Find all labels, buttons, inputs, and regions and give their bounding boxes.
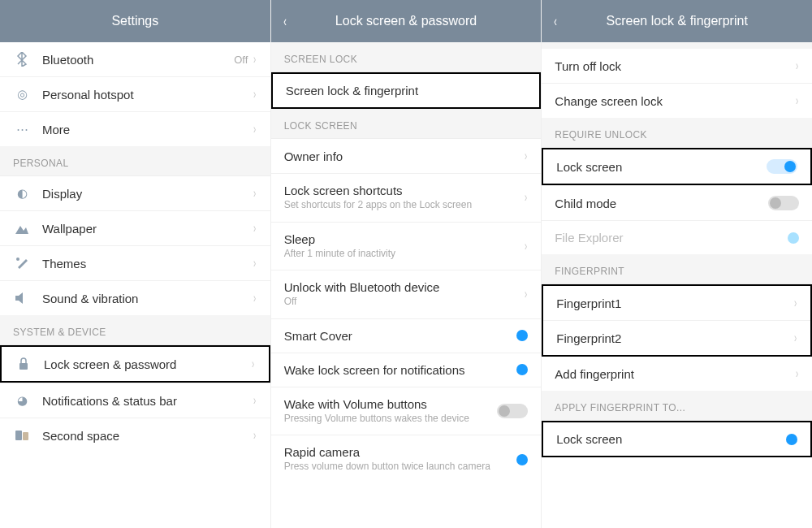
bt-unlock-label: Unlock with Bluetooth device: [284, 280, 524, 294]
apply-lock-screen-toggle[interactable]: [786, 434, 797, 445]
wallpaper-icon: [13, 223, 31, 234]
require-lock-screen-row[interactable]: Lock screen: [542, 148, 812, 185]
themes-row[interactable]: Themes ›: [0, 245, 270, 280]
chevron-right-icon: ›: [525, 287, 527, 301]
screen-lock-fingerprint-label: Screen lock & fingerprint: [286, 84, 527, 97]
child-mode-toggle[interactable]: [768, 196, 799, 210]
fingerprint1-row[interactable]: Fingerprint1 ›: [543, 286, 810, 320]
three-panel-layout: Settings Bluetooth Off › ◎ Personal hots…: [0, 0, 812, 528]
sound-label: Sound & vibration: [42, 292, 253, 305]
wake-vol-toggle[interactable]: [497, 404, 528, 418]
display-icon: ◐: [13, 186, 31, 201]
sound-icon: [13, 292, 31, 304]
bluetooth-row[interactable]: Bluetooth Off ›: [0, 42, 270, 76]
rapid-camera-toggle[interactable]: [516, 454, 528, 465]
rapid-camera-sub: Press volume down button twice launch ca…: [284, 461, 517, 474]
wake-notif-toggle[interactable]: [516, 364, 528, 375]
wallpaper-label: Wallpaper: [42, 222, 253, 236]
lock-icon: [15, 357, 32, 370]
add-fingerprint-label: Add fingerprint: [555, 367, 794, 381]
owner-info-label: Owner info: [284, 149, 524, 163]
fp-scroll[interactable]: Turn off lock › Change screen lock › REQ…: [542, 42, 812, 528]
sound-row[interactable]: Sound & vibration ›: [0, 280, 270, 315]
notifications-label: Notifications & status bar: [42, 394, 253, 408]
smart-cover-toggle[interactable]: [516, 330, 528, 341]
chevron-right-icon: ›: [796, 58, 798, 73]
chevron-right-icon: ›: [252, 357, 254, 371]
apply-lock-screen-row[interactable]: Lock screen: [542, 421, 812, 457]
shortcuts-row[interactable]: Lock screen shortcuts Set shortcuts for …: [271, 173, 542, 222]
second-space-label: Second space: [42, 429, 253, 443]
notifications-icon: ◕: [13, 393, 31, 408]
owner-info-row[interactable]: Owner info ›: [271, 139, 542, 173]
back-icon[interactable]: ‹: [283, 13, 287, 30]
smart-cover-row[interactable]: Smart Cover: [271, 318, 542, 353]
fingerprint2-row[interactable]: Fingerprint2 ›: [543, 320, 810, 355]
svg-point-0: [16, 258, 19, 261]
screen-lock-fingerprint-row[interactable]: Screen lock & fingerprint: [271, 72, 542, 109]
bluetooth-value: Off: [234, 54, 248, 66]
shortcuts-sub: Set shortcuts for 2 apps on the Lock scr…: [284, 199, 524, 212]
chevron-right-icon: ›: [253, 291, 256, 305]
smart-cover-label: Smart Cover: [284, 329, 517, 343]
file-explorer-row: File Explorer: [542, 220, 812, 254]
rapid-camera-label: Rapid camera: [284, 445, 517, 459]
display-label: Display: [42, 187, 253, 201]
more-label: More: [42, 123, 253, 136]
chevron-right-icon: ›: [253, 52, 256, 67]
sleep-sub: After 1 minute of inactivity: [284, 248, 524, 261]
svg-rect-3: [23, 432, 28, 440]
lockpw-scroll[interactable]: SCREEN LOCK Screen lock & fingerprint LO…: [271, 42, 542, 528]
themes-label: Themes: [42, 257, 253, 270]
themes-icon: [13, 257, 31, 270]
personal-section-header: PERSONAL: [0, 146, 270, 176]
chevron-right-icon: ›: [525, 190, 527, 205]
chevron-right-icon: ›: [253, 122, 256, 136]
add-fingerprint-row[interactable]: Add fingerprint ›: [542, 357, 812, 391]
require-lock-screen-label: Lock screen: [556, 160, 767, 174]
fingerprint1-label: Fingerprint1: [556, 296, 793, 310]
chevron-right-icon: ›: [253, 186, 256, 201]
fp-title: Screen lock & fingerprint: [607, 14, 748, 28]
more-row[interactable]: ⋯ More ›: [0, 111, 270, 146]
chevron-right-icon: ›: [253, 256, 256, 270]
wake-notif-row[interactable]: Wake lock screen for notifications: [271, 353, 542, 387]
fingerprint-list-box: Fingerprint1 › Fingerprint2 ›: [542, 284, 812, 357]
lock-screen-password-row[interactable]: Lock screen & password ›: [0, 345, 270, 383]
fp-header: ‹ Screen lock & fingerprint: [542, 0, 812, 42]
back-icon[interactable]: ‹: [555, 13, 558, 30]
turn-off-lock-row[interactable]: Turn off lock ›: [542, 49, 812, 83]
child-mode-row[interactable]: Child mode: [542, 185, 812, 220]
settings-header: Settings: [0, 0, 270, 42]
fingerprint-panel: ‹ Screen lock & fingerprint Turn off loc…: [542, 0, 812, 528]
require-unlock-section-header: REQUIRE UNLOCK: [542, 118, 812, 148]
wake-vol-row[interactable]: Wake with Volume buttons Pressing Volume…: [271, 387, 542, 435]
chevron-right-icon: ›: [253, 221, 256, 236]
settings-panel: Settings Bluetooth Off › ◎ Personal hots…: [0, 0, 271, 528]
display-row[interactable]: ◐ Display ›: [0, 176, 270, 210]
svg-rect-2: [15, 431, 22, 440]
chevron-right-icon: ›: [525, 149, 527, 163]
sleep-row[interactable]: Sleep After 1 minute of inactivity ›: [271, 222, 542, 270]
second-space-row[interactable]: Second space ›: [0, 418, 270, 452]
sleep-label: Sleep: [284, 232, 524, 246]
rapid-camera-row[interactable]: Rapid camera Press volume down button tw…: [271, 435, 542, 483]
notifications-row[interactable]: ◕ Notifications & status bar ›: [0, 383, 270, 418]
settings-title: Settings: [111, 14, 158, 28]
second-space-icon: [13, 429, 31, 442]
change-lock-row[interactable]: Change screen lock ›: [542, 83, 812, 118]
system-section-header: SYSTEM & DEVICE: [0, 315, 270, 345]
turn-off-lock-label: Turn off lock: [555, 59, 794, 73]
change-lock-label: Change screen lock: [555, 94, 794, 108]
require-lock-screen-toggle[interactable]: [767, 159, 797, 174]
chevron-right-icon: ›: [796, 366, 798, 381]
hotspot-row[interactable]: ◎ Personal hotspot ›: [0, 76, 270, 111]
lock-screen-section-header: LOCK SCREEN: [271, 109, 542, 139]
chevron-right-icon: ›: [253, 393, 256, 408]
wallpaper-row[interactable]: Wallpaper ›: [0, 210, 270, 245]
wake-vol-sub: Pressing Volume buttons wakes the device: [284, 413, 498, 426]
bt-unlock-row[interactable]: Unlock with Bluetooth device Off ›: [271, 270, 542, 318]
settings-scroll[interactable]: Bluetooth Off › ◎ Personal hotspot › ⋯ M…: [0, 42, 270, 528]
fingerprint2-label: Fingerprint2: [556, 331, 793, 345]
chevron-right-icon: ›: [525, 239, 527, 253]
